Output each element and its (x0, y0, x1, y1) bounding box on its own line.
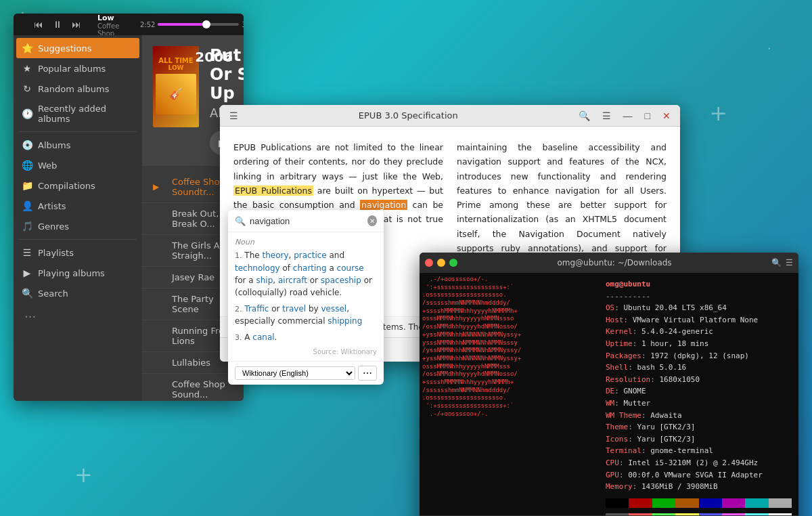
sidebar-item-playing-albums[interactable]: ▶ Playing albums (14, 263, 142, 283)
dict-link-canal[interactable]: canal (252, 332, 274, 342)
sidebar-divider-1 (19, 131, 137, 132)
dict-link-spaceship[interactable]: spaceship (321, 276, 361, 285)
dict-link-aircraft[interactable]: aircraft (278, 276, 307, 285)
sidebar-item-albums[interactable]: 💿 Albums (14, 135, 142, 155)
term-shell-line: Shell: bash 5.0.16 (606, 362, 792, 374)
sidebar-divider-2 (19, 239, 137, 240)
dict-clear-btn[interactable]: ✕ (367, 215, 377, 226)
sidebar-item-playlists[interactable]: ☰ Playlists (14, 242, 142, 263)
sidebar-item-artists[interactable]: 👤 Artists (14, 196, 142, 216)
sidebar-item-web[interactable]: 🌐 Web (14, 155, 142, 175)
art-line: +yssNMMNhhhNNNNNNhNMMNyssy+ (422, 331, 596, 339)
epub-menu-btn[interactable]: ☰ (598, 109, 615, 123)
color-cell-0 (606, 498, 629, 508)
dict-link-ship[interactable]: ship (256, 276, 273, 285)
color-cell-7 (769, 498, 792, 508)
music-prev-btn[interactable]: ⏮ (31, 19, 46, 30)
epub-toc-btn[interactable]: ☰ (225, 109, 242, 123)
art-line: .-/+oossssoo+/-. (422, 410, 596, 418)
color-cell-14 (745, 513, 768, 515)
term-wmtheme-line: WM Theme: Adwaita (606, 410, 792, 422)
music-play-btn[interactable]: ⏸ (50, 19, 65, 30)
dict-pos: Noun (235, 238, 377, 246)
track-playing-icon: ▶ (153, 182, 166, 192)
dict-link-technology[interactable]: technology (235, 263, 280, 273)
music-body: ⭐ Suggestions ★ Popular albums ↻ Random … (14, 35, 244, 401)
epub-close-btn[interactable]: ✕ (658, 109, 675, 123)
term-packages: 1972 (dpkg), 12 (snap) (650, 351, 749, 360)
dict-link-course[interactable]: course (337, 263, 364, 273)
color-cell-2 (652, 498, 675, 508)
sidebar-item-recently-added[interactable]: 🕐 Recently added albums (14, 99, 142, 129)
terminal-min-btn[interactable] (437, 259, 445, 267)
music-progress-area: 2:52 3:00 (140, 21, 244, 28)
terminal-sysinfo: omg@ubuntu ---------- OS: Ubuntu 20.04 L… (599, 273, 798, 515)
color-cell-15 (769, 513, 792, 515)
dict-link-traffic[interactable]: Traffic (244, 304, 269, 314)
epub-max-btn[interactable]: □ (641, 109, 654, 123)
terminal-body: .-/+oossssoo+/-. ':+ssssssssssssssssss+:… (420, 273, 798, 515)
epub-search-btn[interactable]: 🔍 (574, 109, 594, 123)
music-time-current: 2:52 (140, 21, 155, 28)
music-track-name: All Time Low (97, 14, 136, 22)
epub-min-btn[interactable]: — (619, 109, 637, 123)
sidebar-label-suggestions: Suggestions (38, 43, 91, 53)
sidebar-item-search[interactable]: 🔍 Search (14, 283, 142, 303)
term-gpu: 00:0f.0 VMware SVGA II Adapter (628, 471, 763, 479)
album-art: ALL TIME LOW 🎸 (153, 46, 199, 127)
sidebar-item-random[interactable]: ↻ Random albums (14, 79, 142, 99)
music-progress-bar[interactable] (158, 23, 239, 26)
dict-link-shipping[interactable]: shipping (328, 316, 362, 326)
dict-search-input[interactable] (250, 216, 363, 226)
color-cell-1 (629, 498, 652, 508)
term-res-line: Resolution: 1680x1050 (606, 374, 792, 386)
color-cell-11 (675, 513, 698, 515)
dict-link-practice[interactable]: practice (294, 251, 327, 260)
color-cell-10 (652, 513, 675, 515)
desktop-dot-1: · (767, 41, 771, 57)
terminal-max-btn[interactable] (449, 259, 457, 267)
music-time-total: 3:00 (242, 21, 244, 28)
art-line: +yssNMMNhhhNNNNNNhNMMNyssy+ (422, 355, 596, 363)
term-icons-line: Icons: Yaru [GTK2/3] (606, 433, 792, 446)
popular-icon: ★ (22, 63, 32, 74)
color-cell-6 (745, 498, 768, 508)
term-cpu: Intel i5-3210M (2) @ 2.494GHz (628, 458, 758, 467)
term-pkg-line: Packages: 1972 (dpkg), 12 (snap) (606, 350, 792, 362)
terminal-menu-btn[interactable]: ☰ (786, 258, 793, 267)
term-memory-line: Memory: 1436MiB / 3908MiB (606, 481, 792, 493)
dict-link-theory[interactable]: theory (262, 251, 288, 260)
art-line: +sssshMMMMNhhhyyyyhNMMMh+ (422, 379, 596, 387)
dict-more-btn[interactable]: ⋯ (358, 366, 377, 381)
dict-link-travel[interactable]: travel (282, 304, 306, 314)
term-username-line: omg@ubuntu (606, 278, 792, 291)
dict-source-select[interactable]: Wiktionary (English) (235, 366, 355, 380)
term-host-line: Host: VMware Virtual Platform None (606, 314, 792, 326)
sidebar-label-albums: Albums (38, 140, 70, 150)
web-icon: 🌐 (22, 160, 32, 171)
music-next-btn[interactable]: ⏭ (69, 19, 84, 30)
terminal-search-btn[interactable]: 🔍 (771, 258, 782, 267)
term-theme: Yaru [GTK2/3] (637, 423, 695, 431)
sidebar-label-genres: Genres (38, 221, 69, 232)
sidebar-item-genres[interactable]: 🎵 Genres (14, 216, 142, 236)
art-line: /sssssshmmNNMMNNhmddddy/ (422, 299, 596, 307)
dict-link-vessel[interactable]: vessel (321, 304, 346, 314)
desktop-plus-2: + (709, 100, 727, 126)
art-line: /sssssshmmNNMMNNhmddddy/ (422, 387, 596, 395)
dict-link-charting[interactable]: charting (293, 263, 327, 273)
suggestions-icon: ⭐ (22, 43, 32, 53)
color-cell-13 (722, 513, 745, 515)
sidebar-item-compilations[interactable]: 📁 Compilations (14, 175, 142, 196)
track-name: Coffee Shop Sound... (172, 379, 233, 400)
sidebar-item-suggestions[interactable]: ⭐ Suggestions (16, 38, 139, 58)
sidebar-item-popular[interactable]: ★ Popular albums (14, 58, 142, 79)
term-kernel-line: Kernel: 5.4.0-24-generic (606, 326, 792, 338)
terminal-close-btn[interactable] (425, 259, 433, 267)
music-progress-knob[interactable] (202, 20, 210, 28)
color-cell-3 (675, 498, 698, 508)
sidebar-label-playlists: Playlists (38, 248, 74, 258)
recently-icon: 🕐 (22, 108, 32, 119)
sidebar-more[interactable]: ... (14, 303, 142, 323)
term-uptime: 1 hour, 18 mins (641, 339, 708, 348)
